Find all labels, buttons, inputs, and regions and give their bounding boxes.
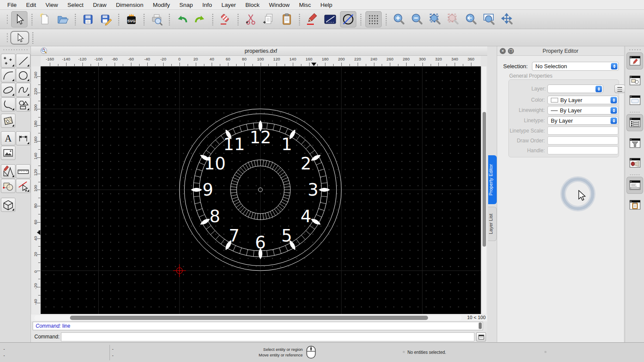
print-preview-button[interactable]	[149, 11, 165, 27]
panel-command-button[interactable]	[626, 177, 643, 194]
menu-item-help[interactable]: Help	[316, 0, 337, 10]
shapes-tool-button[interactable]	[16, 97, 30, 112]
menu-item-snap[interactable]: Snap	[175, 0, 198, 10]
selection-arrow-button[interactable]	[11, 11, 27, 27]
command-prompt-label: Command:	[34, 334, 60, 340]
ellipse-tool-button[interactable]	[1, 83, 15, 97]
box-3d-icon	[2, 199, 14, 211]
image-tool-button[interactable]	[1, 146, 15, 160]
points-tool-button[interactable]	[1, 54, 15, 68]
save-as-button[interactable]	[98, 11, 114, 27]
menu-item-edit[interactable]: Edit	[21, 0, 41, 10]
handle-label: Handle:	[527, 148, 545, 154]
toolbar-drag-handle	[6, 33, 8, 43]
menu-item-misc[interactable]: Misc	[295, 0, 316, 10]
open-file-button[interactable]	[55, 11, 71, 27]
horizontal-scrollbar[interactable]	[34, 315, 462, 320]
cut-scissors-icon	[244, 13, 257, 26]
command-options-button[interactable]	[476, 332, 486, 341]
tab-property-editor[interactable]: Property Editor	[488, 155, 497, 204]
layer-menu-button[interactable]	[614, 84, 625, 93]
layer-dropdown[interactable]	[547, 84, 603, 93]
command-history-scrollbar[interactable]	[478, 323, 482, 329]
menu-item-dimension[interactable]: Dimension	[111, 0, 148, 10]
erase-button[interactable]	[217, 11, 234, 27]
menu-item-modify[interactable]: Modify	[148, 0, 175, 10]
color-row: Color: By Layer	[509, 96, 619, 105]
vertical-scrollbar-thumb[interactable]	[483, 112, 486, 247]
circle-slash-tool-button[interactable]	[340, 11, 356, 27]
close-panel-button[interactable]: ✕	[500, 48, 506, 54]
modify-tool-button[interactable]	[1, 179, 15, 193]
menu-item-info[interactable]: Info	[197, 0, 217, 10]
line-tool-button[interactable]	[322, 11, 338, 27]
cut-button[interactable]	[243, 11, 259, 27]
toolbar-separator	[32, 32, 33, 44]
color-dropdown[interactable]: By Layer	[547, 96, 618, 104]
panel-clipboard-button[interactable]	[626, 196, 643, 214]
line-icon	[17, 55, 29, 67]
new-document-button[interactable]	[36, 11, 53, 27]
box-3d-tool-button[interactable]	[1, 198, 15, 212]
menu-item-window[interactable]: Window	[264, 0, 295, 10]
save-button[interactable]	[80, 11, 96, 27]
float-panel-button[interactable]: ❐	[508, 48, 514, 54]
tab-layer-list[interactable]: Layer List	[488, 207, 497, 241]
panel-shapes-button[interactable]	[626, 72, 643, 89]
linetype-dropdown[interactable]: By Layer	[547, 116, 618, 125]
redo-button[interactable]	[192, 11, 208, 27]
dimension-tool-button[interactable]	[16, 131, 30, 145]
menu-item-view[interactable]: View	[41, 0, 63, 10]
draw-line-red-button[interactable]	[304, 11, 320, 27]
hatch-tool-button[interactable]	[1, 114, 15, 128]
menu-item-file[interactable]: File	[3, 0, 21, 10]
line-tool-button[interactable]	[16, 54, 30, 68]
drawing-canvas[interactable]: 123456789101112	[41, 66, 481, 314]
ruler-tool-button[interactable]	[16, 164, 30, 178]
menu-item-block[interactable]: Block	[241, 0, 264, 10]
pan-button[interactable]	[499, 11, 515, 27]
spline-tool-button[interactable]	[16, 83, 30, 97]
previous-view-button[interactable]	[463, 11, 479, 27]
panel-drawing-button[interactable]	[626, 52, 643, 69]
menu-item-draw[interactable]: Draw	[88, 0, 112, 10]
panel-spotlight-button[interactable]	[626, 154, 643, 172]
arc-tool-button[interactable]	[1, 68, 15, 82]
draw-order-field[interactable]	[547, 136, 618, 145]
copy-button[interactable]	[261, 11, 277, 27]
zoom-in-button[interactable]	[391, 11, 407, 27]
zoom-selection-button[interactable]	[445, 11, 461, 27]
text-tool-button[interactable]: A	[1, 131, 15, 145]
zoom-window-button[interactable]	[481, 11, 497, 27]
undo-button[interactable]	[174, 11, 190, 27]
horizontal-scrollbar-thumb[interactable]	[70, 316, 428, 320]
vertical-scrollbar[interactable]	[481, 66, 486, 314]
command-input[interactable]	[61, 332, 474, 341]
handle-field[interactable]	[547, 146, 618, 154]
panel-filter-button[interactable]	[626, 135, 643, 152]
command-history[interactable]: Command: line	[33, 322, 483, 330]
grid-toggle-button[interactable]	[365, 11, 382, 27]
circle-tool-button[interactable]	[16, 68, 30, 82]
tool-options-arrow-button[interactable]	[10, 31, 29, 45]
auto-zoom-button[interactable]	[427, 11, 443, 27]
panel-property-list-button[interactable]	[626, 114, 643, 131]
lineweight-dropdown[interactable]: By Layer	[547, 106, 618, 115]
polyline-tool-button[interactable]	[1, 97, 15, 112]
linetype-scale-field[interactable]	[547, 127, 618, 135]
menu-item-layer[interactable]: Layer	[217, 0, 241, 10]
zoom-out-button[interactable]	[409, 11, 425, 27]
selection-dropdown[interactable]: No Selection	[532, 62, 619, 71]
panel-viewport-button[interactable]	[626, 92, 643, 109]
trim-tool-button[interactable]	[16, 179, 30, 193]
paste-button[interactable]	[279, 11, 295, 27]
statusbar-dot	[403, 351, 405, 353]
svg-export-button[interactable]: SVG	[123, 11, 140, 27]
cad-tools-button[interactable]	[1, 164, 15, 178]
command-history-value: line	[61, 323, 70, 329]
layer-row: Layer:	[509, 84, 619, 94]
paste-clipboard-icon	[280, 13, 293, 26]
command-history-scrollbar-thumb[interactable]	[479, 323, 482, 329]
menu-item-select[interactable]: Select	[63, 0, 88, 10]
drawing-window-titlebar[interactable]: properties.dxf	[31, 46, 487, 56]
